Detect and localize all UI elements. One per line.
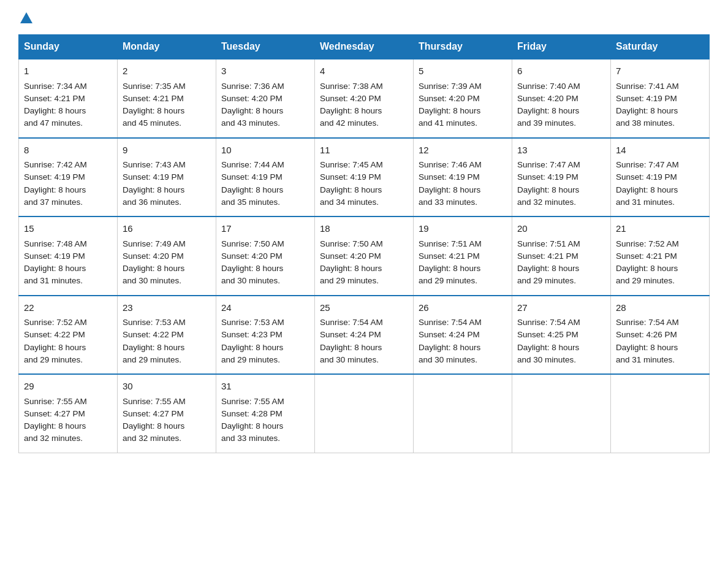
calendar-cell: 2Sunrise: 7:35 AMSunset: 4:21 PMDaylight… (118, 59, 216, 138)
col-wednesday: Wednesday (315, 35, 414, 59)
calendar-cell: 5Sunrise: 7:39 AMSunset: 4:20 PMDaylight… (414, 59, 512, 138)
calendar-body: 1Sunrise: 7:34 AMSunset: 4:21 PMDaylight… (19, 59, 710, 453)
calendar-cell: 23Sunrise: 7:53 AMSunset: 4:22 PMDayligh… (118, 296, 216, 375)
day-info: Sunrise: 7:53 AMSunset: 4:23 PMDaylight:… (221, 318, 284, 364)
day-info: Sunrise: 7:42 AMSunset: 4:19 PMDaylight:… (24, 160, 87, 207)
day-number: 22 (24, 301, 112, 315)
day-info: Sunrise: 7:54 AMSunset: 4:24 PMDaylight:… (419, 318, 482, 364)
calendar-header: Sunday Monday Tuesday Wednesday Thursday… (19, 35, 710, 59)
day-number: 7 (616, 64, 704, 79)
calendar-cell: 16Sunrise: 7:49 AMSunset: 4:20 PMDayligh… (118, 216, 216, 296)
calendar-cell: 3Sunrise: 7:36 AMSunset: 4:20 PMDaylight… (216, 59, 315, 138)
day-number: 29 (24, 380, 112, 394)
day-number: 9 (123, 144, 211, 158)
day-info: Sunrise: 7:36 AMSunset: 4:20 PMDaylight:… (221, 82, 284, 128)
day-info: Sunrise: 7:47 AMSunset: 4:19 PMDaylight:… (517, 160, 580, 207)
day-info: Sunrise: 7:49 AMSunset: 4:20 PMDaylight:… (123, 239, 186, 286)
header-row: Sunday Monday Tuesday Wednesday Thursday… (19, 35, 710, 59)
day-info: Sunrise: 7:52 AMSunset: 4:21 PMDaylight:… (616, 239, 679, 286)
calendar-cell: 26Sunrise: 7:54 AMSunset: 4:24 PMDayligh… (414, 296, 512, 375)
calendar-cell: 12Sunrise: 7:46 AMSunset: 4:19 PMDayligh… (414, 138, 512, 217)
calendar-cell: 8Sunrise: 7:42 AMSunset: 4:19 PMDaylight… (19, 138, 118, 217)
calendar-cell: 14Sunrise: 7:47 AMSunset: 4:19 PMDayligh… (611, 138, 710, 217)
calendar-cell: 1Sunrise: 7:34 AMSunset: 4:21 PMDaylight… (19, 59, 118, 138)
calendar-cell: 29Sunrise: 7:55 AMSunset: 4:27 PMDayligh… (19, 374, 118, 453)
calendar-cell: 17Sunrise: 7:50 AMSunset: 4:20 PMDayligh… (216, 216, 315, 296)
calendar-cell: 30Sunrise: 7:55 AMSunset: 4:27 PMDayligh… (118, 374, 216, 453)
day-number: 24 (221, 301, 309, 315)
day-info: Sunrise: 7:50 AMSunset: 4:20 PMDaylight:… (221, 239, 284, 286)
day-number: 31 (221, 380, 309, 394)
calendar-cell: 25Sunrise: 7:54 AMSunset: 4:24 PMDayligh… (315, 296, 414, 375)
calendar-cell: 11Sunrise: 7:45 AMSunset: 4:19 PMDayligh… (315, 138, 414, 217)
col-tuesday: Tuesday (216, 35, 315, 59)
day-info: Sunrise: 7:54 AMSunset: 4:24 PMDaylight:… (320, 318, 383, 364)
day-info: Sunrise: 7:47 AMSunset: 4:19 PMDaylight:… (616, 160, 679, 207)
day-info: Sunrise: 7:43 AMSunset: 4:19 PMDaylight:… (123, 160, 186, 207)
calendar-cell (315, 374, 414, 453)
calendar-cell: 9Sunrise: 7:43 AMSunset: 4:19 PMDaylight… (118, 138, 216, 217)
calendar-cell: 18Sunrise: 7:50 AMSunset: 4:20 PMDayligh… (315, 216, 414, 296)
day-number: 27 (517, 301, 605, 315)
calendar-cell: 4Sunrise: 7:38 AMSunset: 4:20 PMDaylight… (315, 59, 414, 138)
week-row-5: 29Sunrise: 7:55 AMSunset: 4:27 PMDayligh… (19, 374, 710, 453)
col-thursday: Thursday (414, 35, 512, 59)
calendar-cell: 10Sunrise: 7:44 AMSunset: 4:19 PMDayligh… (216, 138, 315, 217)
page-header (18, 12, 710, 23)
day-info: Sunrise: 7:54 AMSunset: 4:26 PMDaylight:… (616, 318, 679, 364)
day-number: 19 (419, 222, 507, 236)
day-number: 5 (419, 64, 507, 79)
day-number: 2 (123, 64, 211, 79)
day-number: 28 (616, 301, 704, 315)
day-info: Sunrise: 7:50 AMSunset: 4:20 PMDaylight:… (320, 239, 383, 286)
week-row-1: 1Sunrise: 7:34 AMSunset: 4:21 PMDaylight… (19, 59, 710, 138)
calendar-cell (611, 374, 710, 453)
calendar-cell: 15Sunrise: 7:48 AMSunset: 4:19 PMDayligh… (19, 216, 118, 296)
day-number: 18 (320, 222, 408, 236)
week-row-3: 15Sunrise: 7:48 AMSunset: 4:19 PMDayligh… (19, 216, 710, 296)
day-number: 23 (123, 301, 211, 315)
day-number: 30 (123, 380, 211, 394)
day-number: 20 (517, 222, 605, 236)
day-info: Sunrise: 7:41 AMSunset: 4:19 PMDaylight:… (616, 82, 679, 128)
day-number: 21 (616, 222, 704, 236)
day-number: 16 (123, 222, 211, 236)
calendar-cell: 31Sunrise: 7:55 AMSunset: 4:28 PMDayligh… (216, 374, 315, 453)
day-info: Sunrise: 7:45 AMSunset: 4:19 PMDaylight:… (320, 160, 383, 207)
day-info: Sunrise: 7:34 AMSunset: 4:21 PMDaylight:… (24, 82, 87, 128)
calendar-cell: 6Sunrise: 7:40 AMSunset: 4:20 PMDaylight… (512, 59, 611, 138)
day-info: Sunrise: 7:35 AMSunset: 4:21 PMDaylight:… (123, 82, 186, 128)
day-number: 12 (419, 144, 507, 158)
calendar-cell: 7Sunrise: 7:41 AMSunset: 4:19 PMDaylight… (611, 59, 710, 138)
day-number: 10 (221, 144, 309, 158)
calendar-cell: 19Sunrise: 7:51 AMSunset: 4:21 PMDayligh… (414, 216, 512, 296)
col-saturday: Saturday (611, 35, 710, 59)
day-info: Sunrise: 7:53 AMSunset: 4:22 PMDaylight:… (123, 318, 186, 364)
day-info: Sunrise: 7:39 AMSunset: 4:20 PMDaylight:… (419, 82, 482, 128)
day-number: 8 (24, 144, 112, 158)
day-number: 13 (517, 144, 605, 158)
day-info: Sunrise: 7:51 AMSunset: 4:21 PMDaylight:… (517, 239, 580, 286)
week-row-4: 22Sunrise: 7:52 AMSunset: 4:22 PMDayligh… (19, 296, 710, 375)
logo-icon (20, 12, 32, 23)
day-number: 25 (320, 301, 408, 315)
calendar-cell: 21Sunrise: 7:52 AMSunset: 4:21 PMDayligh… (611, 216, 710, 296)
day-number: 11 (320, 144, 408, 158)
day-number: 17 (221, 222, 309, 236)
col-friday: Friday (512, 35, 611, 59)
calendar-table: Sunday Monday Tuesday Wednesday Thursday… (18, 34, 710, 453)
col-sunday: Sunday (19, 35, 118, 59)
day-number: 15 (24, 222, 112, 236)
day-number: 14 (616, 144, 704, 158)
col-monday: Monday (118, 35, 216, 59)
calendar-cell: 24Sunrise: 7:53 AMSunset: 4:23 PMDayligh… (216, 296, 315, 375)
calendar-cell: 13Sunrise: 7:47 AMSunset: 4:19 PMDayligh… (512, 138, 611, 217)
day-info: Sunrise: 7:55 AMSunset: 4:28 PMDaylight:… (221, 397, 284, 443)
day-number: 6 (517, 64, 605, 79)
week-row-2: 8Sunrise: 7:42 AMSunset: 4:19 PMDaylight… (19, 138, 710, 217)
day-info: Sunrise: 7:48 AMSunset: 4:19 PMDaylight:… (24, 239, 87, 286)
day-number: 3 (221, 64, 309, 79)
day-info: Sunrise: 7:52 AMSunset: 4:22 PMDaylight:… (24, 318, 87, 364)
calendar-cell (414, 374, 512, 453)
day-number: 4 (320, 64, 408, 79)
